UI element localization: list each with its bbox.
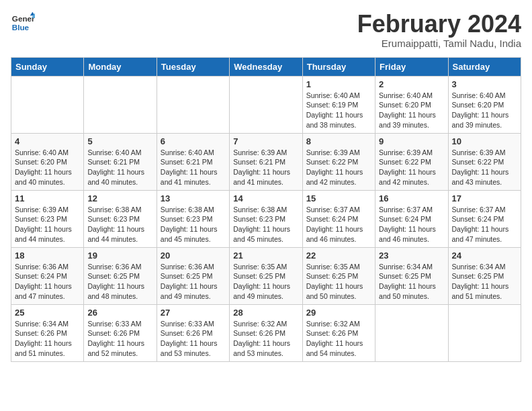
day-number: 25	[15, 308, 80, 318]
logo-icon: General Blue	[11, 11, 35, 35]
calendar-cell: 15Sunrise: 6:37 AMSunset: 6:24 PMDayligh…	[302, 190, 375, 247]
day-info: Sunrise: 6:33 AMSunset: 6:26 PMDaylight:…	[87, 319, 152, 359]
day-number: 7	[233, 136, 298, 146]
calendar-cell: 29Sunrise: 6:32 AMSunset: 6:26 PMDayligh…	[302, 304, 375, 361]
calendar-cell: 1Sunrise: 6:40 AMSunset: 6:19 PMDaylight…	[302, 76, 375, 133]
day-number: 27	[161, 308, 226, 318]
week-row-1: 4Sunrise: 6:40 AMSunset: 6:20 PMDaylight…	[11, 133, 521, 190]
week-row-0: 1Sunrise: 6:40 AMSunset: 6:19 PMDaylight…	[11, 76, 521, 133]
day-info: Sunrise: 6:39 AMSunset: 6:22 PMDaylight:…	[379, 148, 444, 187]
week-row-4: 25Sunrise: 6:34 AMSunset: 6:26 PMDayligh…	[11, 304, 521, 361]
day-number: 23	[379, 250, 444, 261]
day-info: Sunrise: 6:40 AMSunset: 6:19 PMDaylight:…	[306, 91, 371, 130]
calendar-cell: 2Sunrise: 6:40 AMSunset: 6:20 PMDaylight…	[375, 76, 448, 133]
day-info: Sunrise: 6:39 AMSunset: 6:21 PMDaylight:…	[233, 148, 298, 187]
day-number: 17	[452, 193, 517, 203]
calendar-cell: 27Sunrise: 6:33 AMSunset: 6:26 PMDayligh…	[157, 304, 229, 361]
calendar-cell: 8Sunrise: 6:39 AMSunset: 6:22 PMDaylight…	[302, 133, 375, 190]
day-number: 12	[87, 193, 152, 203]
day-info: Sunrise: 6:37 AMSunset: 6:24 PMDaylight:…	[306, 205, 371, 244]
calendar-cell: 11Sunrise: 6:39 AMSunset: 6:23 PMDayligh…	[11, 190, 84, 247]
day-info: Sunrise: 6:37 AMSunset: 6:24 PMDaylight:…	[452, 205, 517, 244]
header-day-thursday: Thursday	[302, 57, 375, 76]
calendar-cell: 7Sunrise: 6:39 AMSunset: 6:21 PMDaylight…	[230, 133, 302, 190]
day-number: 14	[233, 193, 298, 203]
day-number: 20	[161, 250, 226, 261]
day-info: Sunrise: 6:40 AMSunset: 6:20 PMDaylight:…	[15, 148, 80, 187]
day-info: Sunrise: 6:33 AMSunset: 6:26 PMDaylight:…	[161, 319, 226, 359]
calendar-cell: 17Sunrise: 6:37 AMSunset: 6:24 PMDayligh…	[448, 190, 521, 247]
day-number: 22	[306, 250, 371, 261]
day-info: Sunrise: 6:40 AMSunset: 6:20 PMDaylight:…	[379, 91, 444, 130]
calendar-cell: 22Sunrise: 6:35 AMSunset: 6:25 PMDayligh…	[302, 247, 375, 304]
day-number: 6	[161, 136, 226, 146]
svg-text:Blue: Blue	[12, 23, 30, 32]
day-info: Sunrise: 6:37 AMSunset: 6:24 PMDaylight:…	[379, 205, 444, 244]
header-day-wednesday: Wednesday	[230, 57, 302, 76]
calendar-cell: 9Sunrise: 6:39 AMSunset: 6:22 PMDaylight…	[375, 133, 448, 190]
week-row-3: 18Sunrise: 6:36 AMSunset: 6:24 PMDayligh…	[11, 247, 521, 304]
day-info: Sunrise: 6:39 AMSunset: 6:23 PMDaylight:…	[15, 205, 80, 244]
logo: General Blue	[11, 11, 35, 35]
day-info: Sunrise: 6:34 AMSunset: 6:26 PMDaylight:…	[15, 319, 80, 359]
calendar-cell: 24Sunrise: 6:34 AMSunset: 6:25 PMDayligh…	[448, 247, 521, 304]
day-number: 29	[306, 308, 371, 318]
calendar-cell: 21Sunrise: 6:35 AMSunset: 6:25 PMDayligh…	[230, 247, 302, 304]
day-info: Sunrise: 6:36 AMSunset: 6:24 PMDaylight:…	[15, 262, 80, 302]
day-info: Sunrise: 6:38 AMSunset: 6:23 PMDaylight:…	[87, 205, 152, 244]
day-number: 13	[161, 193, 226, 203]
day-number: 9	[379, 136, 444, 146]
day-info: Sunrise: 6:34 AMSunset: 6:25 PMDaylight:…	[379, 262, 444, 302]
calendar-cell: 3Sunrise: 6:40 AMSunset: 6:20 PMDaylight…	[448, 76, 521, 133]
day-info: Sunrise: 6:40 AMSunset: 6:20 PMDaylight:…	[452, 91, 517, 130]
day-number: 21	[233, 250, 298, 261]
day-number: 26	[87, 308, 152, 318]
day-number: 8	[306, 136, 371, 146]
day-info: Sunrise: 6:36 AMSunset: 6:25 PMDaylight:…	[161, 262, 226, 302]
day-number: 10	[452, 136, 517, 146]
calendar-cell: 19Sunrise: 6:36 AMSunset: 6:25 PMDayligh…	[84, 247, 157, 304]
calendar-cell	[375, 304, 448, 361]
calendar-cell	[230, 76, 302, 133]
day-number: 4	[15, 136, 80, 146]
title-area: February 2024 Erumaippatti, Tamil Nadu, …	[357, 11, 521, 49]
header-day-monday: Monday	[84, 57, 157, 76]
calendar-cell: 16Sunrise: 6:37 AMSunset: 6:24 PMDayligh…	[375, 190, 448, 247]
day-info: Sunrise: 6:39 AMSunset: 6:22 PMDaylight:…	[452, 148, 517, 187]
day-info: Sunrise: 6:35 AMSunset: 6:25 PMDaylight:…	[233, 262, 298, 302]
header-day-friday: Friday	[375, 57, 448, 76]
day-info: Sunrise: 6:36 AMSunset: 6:25 PMDaylight:…	[87, 262, 152, 302]
day-number: 28	[233, 308, 298, 318]
day-info: Sunrise: 6:32 AMSunset: 6:26 PMDaylight:…	[306, 319, 371, 359]
day-number: 11	[15, 193, 80, 203]
day-info: Sunrise: 6:34 AMSunset: 6:25 PMDaylight:…	[452, 262, 517, 302]
calendar-cell	[448, 304, 521, 361]
header: General Blue February 2024 Erumaippatti,…	[11, 11, 521, 49]
calendar-cell: 10Sunrise: 6:39 AMSunset: 6:22 PMDayligh…	[448, 133, 521, 190]
day-info: Sunrise: 6:38 AMSunset: 6:23 PMDaylight:…	[233, 205, 298, 244]
calendar-cell	[11, 76, 84, 133]
calendar-cell: 20Sunrise: 6:36 AMSunset: 6:25 PMDayligh…	[157, 247, 229, 304]
calendar-cell: 14Sunrise: 6:38 AMSunset: 6:23 PMDayligh…	[230, 190, 302, 247]
week-row-2: 11Sunrise: 6:39 AMSunset: 6:23 PMDayligh…	[11, 190, 521, 247]
day-info: Sunrise: 6:32 AMSunset: 6:26 PMDaylight:…	[233, 319, 298, 359]
calendar-subtitle: Erumaippatti, Tamil Nadu, India	[357, 38, 521, 49]
calendar-title: February 2024	[357, 11, 521, 38]
calendar-cell	[84, 76, 157, 133]
calendar-cell: 13Sunrise: 6:38 AMSunset: 6:23 PMDayligh…	[157, 190, 229, 247]
day-info: Sunrise: 6:40 AMSunset: 6:21 PMDaylight:…	[87, 148, 152, 187]
day-number: 1	[306, 79, 371, 89]
header-day-sunday: Sunday	[11, 57, 84, 76]
day-info: Sunrise: 6:39 AMSunset: 6:22 PMDaylight:…	[306, 148, 371, 187]
calendar-cell: 6Sunrise: 6:40 AMSunset: 6:21 PMDaylight…	[157, 133, 229, 190]
day-number: 16	[379, 193, 444, 203]
day-number: 19	[87, 250, 152, 261]
day-number: 5	[87, 136, 152, 146]
calendar-cell: 5Sunrise: 6:40 AMSunset: 6:21 PMDaylight…	[84, 133, 157, 190]
calendar-cell: 12Sunrise: 6:38 AMSunset: 6:23 PMDayligh…	[84, 190, 157, 247]
day-number: 3	[452, 79, 517, 89]
calendar-cell: 28Sunrise: 6:32 AMSunset: 6:26 PMDayligh…	[230, 304, 302, 361]
day-number: 18	[15, 250, 80, 261]
calendar-cell: 4Sunrise: 6:40 AMSunset: 6:20 PMDaylight…	[11, 133, 84, 190]
day-info: Sunrise: 6:35 AMSunset: 6:25 PMDaylight:…	[306, 262, 371, 302]
